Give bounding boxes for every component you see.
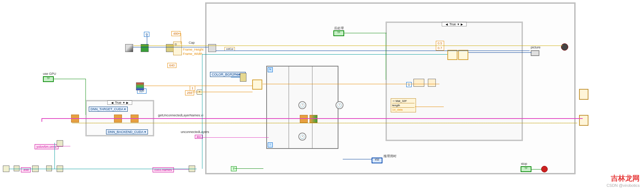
unbundle-by-name[interactable]: ⊸ Mat_32F length 1d_data — [391, 98, 416, 112]
label-stop: stop — [521, 162, 527, 166]
loop-n-terminal[interactable]: N — [268, 67, 273, 72]
wire-array-out — [263, 84, 439, 84]
watermark: 吉林龙网 CSDN @virobotics — [606, 173, 640, 188]
case-label: True — [449, 22, 456, 26]
blob-from-image-vi — [252, 80, 262, 90]
label-frame-height: Frame_Height — [183, 48, 203, 51]
terminal-stop[interactable]: TF — [521, 166, 531, 172]
wire-path — [9, 169, 197, 169]
label-get-layers: getUnconnectedLayerNames.vi — [158, 113, 203, 117]
case-selector-inner[interactable]: ◀ True ▾ ▶ — [442, 22, 466, 26]
terminal-postproc[interactable]: TF — [333, 30, 344, 36]
loop-condition-terminal[interactable] — [541, 166, 548, 172]
wire-dnn-net — [41, 118, 583, 119]
wire-blob — [144, 86, 253, 86]
label-infer-time: 推理用时 — [384, 154, 397, 159]
case-next-icon[interactable]: ▶ — [126, 101, 128, 104]
nms-vi — [447, 50, 457, 60]
wire-unconn — [197, 137, 269, 138]
wire-names-str — [172, 169, 189, 169]
build-path-vi-1 — [14, 166, 19, 171]
reshape-vi — [413, 79, 424, 87]
wire-path-v1 — [54, 143, 55, 169]
terminal-use-gpu[interactable]: TF — [43, 76, 54, 82]
wire-cam-ref-yellow — [133, 46, 563, 46]
wire-model-str — [56, 146, 70, 146]
wire-image — [216, 51, 530, 51]
label-picture: picture — [531, 46, 540, 49]
wire-postproc-bool-v — [386, 33, 386, 80]
tick-count-vi-1: 🕐 — [298, 101, 306, 109]
tick-count-vi-3: 🕐 — [336, 101, 343, 109]
label-frame-width: Frame_Width — [183, 52, 202, 56]
camera-close-vi — [561, 43, 568, 51]
wire-05 — [444, 43, 444, 51]
wire-640-h — [236, 74, 241, 75]
constant-i1[interactable]: 1 — [406, 82, 412, 87]
wire-480-v — [181, 33, 181, 44]
case-prev-icon[interactable]: ◀ — [111, 101, 113, 104]
wire-480 — [178, 33, 181, 34]
label-unconn-layers: unconnectedLayers — [181, 130, 209, 134]
constant-640[interactable]: 640 — [167, 63, 176, 68]
net-set-input-vi — [300, 115, 308, 123]
case-label: True — [115, 101, 121, 104]
draw-boxes-vi — [458, 50, 468, 60]
enum-dnn-backend[interactable]: DNN_BACKEND_CUDA ▾ — [106, 129, 148, 134]
watermark-main: 吉林龙网 — [606, 173, 640, 183]
wire-gpu-bool — [53, 79, 86, 79]
label-use-gpu: use GPU — [43, 72, 56, 76]
net-forward-vi — [310, 115, 317, 123]
label-cap: Cap — [189, 41, 195, 44]
wire-data1d — [415, 107, 444, 107]
image-display-vi — [136, 82, 144, 90]
enum-dnn-target[interactable]: DNN_TARGET_CUDA ▾ — [89, 107, 128, 112]
wire-255 — [191, 92, 253, 92]
error-out-cluster-2[interactable] — [579, 115, 588, 126]
stacked-frame-divider — [312, 66, 312, 149]
subvi-abc: Abc — [195, 135, 203, 139]
array-subset-vi — [428, 79, 436, 87]
dropdown-icon[interactable]: ▾ — [457, 22, 459, 26]
constant-0.5[interactable]: 0.5 — [436, 41, 444, 46]
wire-path-up — [202, 54, 202, 169]
tick-count-vi-2: 🕐 — [298, 133, 306, 141]
string-coco-names[interactable]: coco.names — [153, 167, 174, 172]
wire-gpu-bool-v — [86, 79, 86, 115]
dropdown-icon[interactable]: ▾ — [123, 101, 125, 104]
stacked-frame-divider — [289, 66, 289, 149]
terminal-infer-time[interactable]: I/32 — [372, 158, 382, 163]
wire-dnn-net-v — [41, 118, 42, 122]
wire-true-const — [235, 168, 263, 169]
wire-cam-ref — [133, 47, 209, 47]
wire-zero — [147, 34, 147, 45]
build-array-vi — [240, 73, 246, 82]
error-out-cluster[interactable] — [579, 89, 588, 100]
loop-i-terminal: i — [268, 142, 273, 147]
wire-stop — [531, 169, 542, 169]
constant-0.7[interactable]: 0.7 — [436, 46, 444, 51]
wire-error — [72, 123, 577, 123]
app-dir-vi — [3, 166, 9, 172]
constant-255[interactable]: 255 — [185, 90, 194, 95]
constant-480[interactable]: 480 — [171, 31, 180, 36]
watermark-sub: CSDN @virobotics — [606, 183, 640, 188]
wire-path-h2 — [202, 54, 447, 55]
case-next-icon[interactable]: ▶ — [461, 23, 463, 26]
wire-postproc-bool — [344, 33, 386, 33]
case-selector-gpu[interactable]: ◀ True ▾ ▶ — [107, 100, 132, 105]
constant-1[interactable]: 1 — [190, 86, 195, 91]
build-path-vi-2 — [46, 166, 52, 171]
case-prev-icon[interactable]: ◀ — [446, 23, 448, 26]
string-exe[interactable]: .exe — [21, 167, 31, 172]
camera-open-vi — [125, 44, 133, 52]
terminal-picture[interactable] — [531, 50, 539, 56]
divide-vi: ÷ — [197, 90, 202, 95]
wire-i32-out — [343, 159, 372, 159]
constant-true[interactable]: T — [231, 166, 237, 171]
wire-picture-out — [468, 52, 531, 53]
